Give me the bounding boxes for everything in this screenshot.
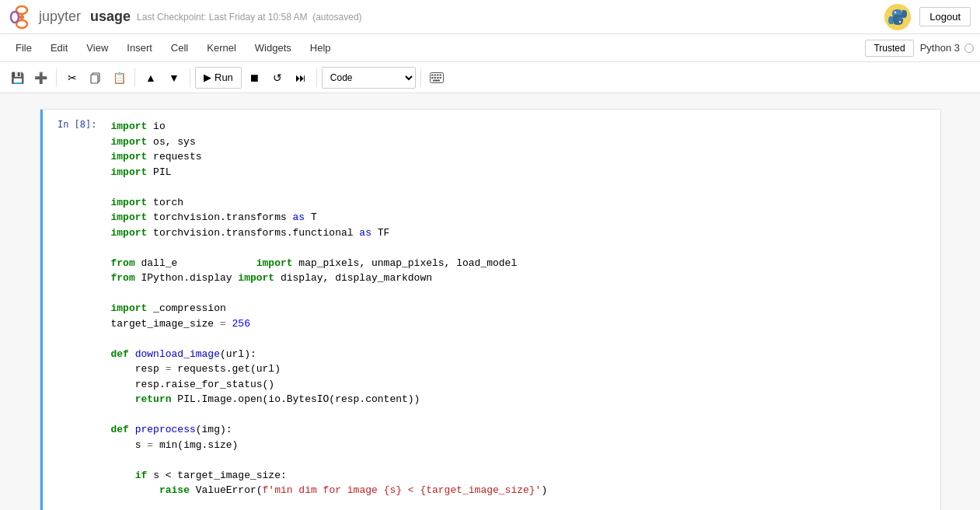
paste-cell-button[interactable]: 📋: [108, 67, 130, 89]
cut-cell-button[interactable]: ✂: [61, 67, 83, 89]
menu-cell[interactable]: Cell: [162, 39, 197, 57]
kernel-indicator: Python 3: [920, 42, 974, 54]
svg-rect-14: [431, 77, 434, 79]
main-content: In [8]: import io import os, sys import …: [0, 93, 980, 510]
checkpoint-info: Last Checkpoint: Last Friday at 10:58 AM…: [137, 12, 362, 23]
add-cell-button[interactable]: ➕: [30, 67, 51, 89]
run-icon: ▶: [204, 72, 211, 83]
menu-file[interactable]: File: [6, 39, 41, 57]
restart-run-all-button[interactable]: ⏭: [290, 67, 312, 89]
menu-kernel[interactable]: Kernel: [197, 39, 246, 57]
menubar: File Edit View Insert Cell Kernel Widget…: [0, 34, 980, 62]
svg-point-3: [19, 15, 24, 19]
trusted-button[interactable]: Trusted: [865, 40, 913, 57]
run-label: Run: [214, 72, 233, 83]
jupyter-logo-icon: [9, 5, 34, 30]
toolbar-separator-5: [420, 68, 421, 87]
move-cell-up-button[interactable]: ▲: [140, 67, 162, 89]
kernel-label: Python 3: [920, 42, 960, 54]
svg-rect-18: [433, 79, 440, 81]
cell-type-select[interactable]: Code Markdown Raw NBConvert Heading: [322, 67, 416, 89]
menubar-right: Trusted Python 3: [865, 40, 974, 57]
cell-8[interactable]: In [8]: import io import os, sys import …: [40, 110, 940, 510]
svg-rect-10: [431, 74, 434, 75]
run-button[interactable]: ▶ Run: [195, 67, 242, 89]
cell-content[interactable]: import io import os, sys import requests…: [105, 116, 940, 510]
toolbar-separator-3: [190, 68, 190, 87]
header: jupyter usage Last Checkpoint: Last Frid…: [0, 0, 980, 34]
svg-rect-13: [439, 74, 441, 75]
svg-rect-12: [437, 74, 439, 75]
svg-rect-15: [434, 77, 436, 79]
svg-rect-17: [439, 77, 441, 79]
python-kernel-icon: [884, 3, 912, 31]
header-right: Logout: [884, 3, 971, 31]
copy-cell-button[interactable]: [85, 67, 106, 89]
svg-rect-8: [91, 75, 98, 83]
svg-point-2: [11, 12, 19, 23]
notebook-name[interactable]: usage: [90, 9, 131, 25]
toolbar-separator-2: [134, 68, 135, 87]
jupyter-title-text: jupyter: [39, 9, 81, 25]
svg-rect-16: [437, 77, 439, 79]
menu-edit[interactable]: Edit: [41, 39, 77, 57]
svg-point-5: [895, 11, 896, 12]
menu-insert[interactable]: Insert: [117, 39, 162, 57]
move-cell-down-button[interactable]: ▼: [163, 67, 185, 89]
logout-button[interactable]: Logout: [919, 7, 971, 26]
stop-button[interactable]: ⏹: [243, 67, 265, 89]
menu-help[interactable]: Help: [301, 39, 340, 57]
restart-button[interactable]: ↺: [267, 67, 288, 89]
notebook-container: In [8]: import io import os, sys import …: [40, 109, 941, 510]
toolbar: 💾 ➕ ✂ 📋 ▲ ▼ ▶ Run ⏹ ↺ ⏭ Code Markdown Ra…: [0, 62, 980, 93]
menu-widgets[interactable]: Widgets: [246, 39, 301, 57]
save-button[interactable]: 💾: [6, 67, 28, 89]
cell-input-label: In [8]:: [43, 116, 105, 510]
svg-rect-11: [434, 74, 436, 75]
svg-point-6: [899, 20, 901, 22]
toolbar-separator-1: [56, 68, 57, 87]
kernel-status-circle: [964, 44, 974, 53]
keyboard-shortcuts-button[interactable]: [426, 67, 448, 89]
menu-view[interactable]: View: [77, 39, 117, 57]
code-area[interactable]: import io import os, sys import requests…: [111, 119, 934, 510]
keyboard-icon: [430, 72, 444, 83]
copy-icon: [89, 72, 102, 84]
jupyter-logo: jupyter: [9, 5, 81, 30]
toolbar-separator-4: [316, 68, 317, 87]
